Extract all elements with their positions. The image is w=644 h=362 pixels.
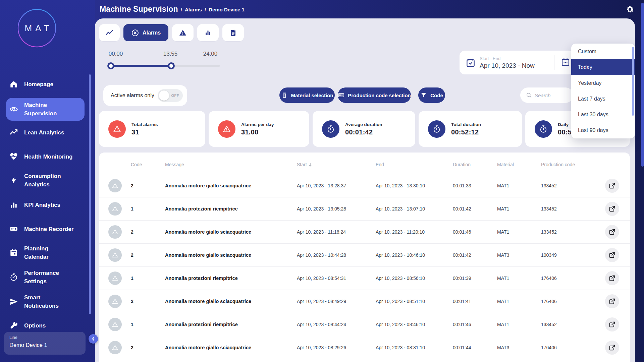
material-selection-button[interactable]: Material selection (279, 87, 335, 103)
funnel-icon (420, 92, 427, 99)
col-header-start[interactable]: Start (297, 162, 312, 167)
cell-code: 2 (131, 299, 133, 304)
active-alarms-toggle[interactable]: OFF (158, 89, 183, 102)
col-header-end[interactable]: End (376, 162, 384, 167)
cell-message: Anomalia motore giallo sciacquatrice (165, 229, 251, 235)
col-header-code[interactable]: Code (131, 162, 142, 167)
cell-duration: 00:01:44 (453, 345, 471, 350)
code-filter-button[interactable]: Code (418, 87, 445, 103)
sidebar-item-consumption-analytics[interactable]: Consumption Analytics (0, 168, 95, 192)
open-alarm-detail-button[interactable] (605, 294, 619, 308)
cell-end: Apr 10, 2023 - 10:46:10 (376, 252, 425, 258)
cell-start: Apr 10, 2023 - 13:28:37 (297, 183, 346, 188)
sidebar-collapse-button[interactable] (89, 334, 98, 344)
sidebar-item-kpi-analytics[interactable]: KPI Analytics (0, 197, 95, 213)
cell-end: Apr 10, 2023 - 13:30:10 (376, 183, 425, 188)
open-alarm-detail-button[interactable] (605, 225, 619, 239)
sidebar-scrollbar-thumb[interactable] (89, 74, 91, 314)
material-selection-label: Material selection (291, 93, 333, 98)
tab-warnings[interactable] (172, 24, 194, 41)
open-alarm-detail-button[interactable] (605, 341, 619, 355)
sidebar-item-lean-analytics[interactable]: Lean Analytics (0, 125, 95, 140)
date-range-picker[interactable]: Start - End Apr 10, 2023 - Now (460, 51, 574, 74)
cell-duration: 00:01:39 (453, 276, 471, 281)
trend-chart-icon (105, 29, 113, 37)
settings-gear-icon[interactable] (625, 5, 635, 14)
open-alarm-detail-button[interactable] (605, 317, 619, 331)
open-alarm-detail-button[interactable] (605, 248, 619, 262)
stat-card-total-alarms: Total alarms31 (99, 111, 205, 147)
table-row[interactable]: 1 Anomalia protezioni riempitrice Apr 10… (99, 267, 630, 290)
alarm-row-warning-icon (108, 272, 122, 285)
date-preset-list: CustomTodayYesterdayLast 7 daysLast 30 d… (571, 44, 635, 138)
table-row[interactable]: 2 Anomalia motore giallo sciacquatrice A… (99, 174, 630, 197)
cell-end: Apr 10, 2023 - 08:31:10 (376, 345, 425, 350)
chevron-left-icon (91, 337, 95, 341)
heart-pulse-icon (9, 152, 18, 161)
alarm-row-warning-icon (108, 341, 122, 354)
date-preset-last-7-days[interactable]: Last 7 days (571, 91, 635, 107)
sidebar-item-planning-calendar[interactable]: Planning Calendar (0, 241, 95, 265)
date-preset-last-30-days[interactable]: Last 30 days (571, 107, 635, 122)
window-scrollbar-thumb[interactable] (641, 3, 644, 167)
sidebar-item-health-monitoring[interactable]: Health Monitoring (0, 149, 95, 164)
alarm-row-warning-icon (108, 248, 122, 262)
open-in-new-icon (609, 252, 615, 258)
production-code-selection-button[interactable]: Production code selection (338, 87, 411, 103)
sidebar-item-homepage[interactable]: Homepage (0, 76, 95, 92)
date-preset-custom[interactable]: Custom (571, 44, 635, 59)
time-slider-fill (111, 65, 171, 67)
breadcrumb-separator: / (181, 7, 182, 12)
table-row[interactable]: 2 Anomalia motore giallo sciacquatrice A… (99, 221, 630, 244)
open-alarm-detail-button[interactable] (605, 271, 619, 285)
table-row[interactable]: 1 Anomalia protezioni riempitrice Apr 10… (99, 197, 630, 221)
tab-statistics[interactable] (197, 24, 219, 41)
tab-alarms[interactable]: Alarms (123, 24, 168, 41)
sidebar-item-options[interactable]: Options (0, 318, 95, 333)
search-input[interactable] (535, 93, 568, 98)
tab-report[interactable] (222, 24, 244, 41)
device-selector-card[interactable]: Line Demo Device 1 (4, 332, 86, 355)
col-header-duration[interactable]: Duration (453, 162, 471, 167)
open-alarm-detail-button[interactable] (605, 179, 619, 193)
cell-code: 2 (131, 229, 133, 235)
time-slider-handle-end[interactable] (168, 62, 175, 69)
sidebar-item-machine-recorder[interactable]: Machine Recorder (0, 221, 95, 237)
sidebar-item-smart-notifications[interactable]: Smart Notifications (0, 290, 95, 314)
table-row[interactable]: 2 Anomalia motore giallo sciacquatrice A… (99, 336, 630, 359)
date-preset-yesterday[interactable]: Yesterday (571, 75, 635, 91)
cell-material: MAT1 (497, 206, 509, 212)
breadcrumb-device[interactable]: Demo Device 1 (209, 7, 245, 12)
table-row[interactable]: 2 Anomalia motore giallo sciacquatrice A… (99, 290, 630, 313)
breadcrumb-section[interactable]: Alarms (185, 7, 202, 12)
col-header-material[interactable]: Material (497, 162, 514, 167)
breadcrumb-separator: / (205, 7, 206, 12)
calendar-presets-icon[interactable] (561, 57, 570, 67)
slider-start-label: 00:00 (102, 51, 129, 57)
date-preset-dropdown: CustomTodayYesterdayLast 7 daysLast 30 d… (571, 44, 635, 138)
table-row[interactable]: 1 Anomalia protezioni riempitrice Apr 10… (99, 313, 630, 336)
table-row[interactable]: 2 Anomalia motore giallo sciacquatrice A… (99, 244, 630, 267)
date-preset-today[interactable]: Today (571, 59, 635, 75)
open-alarm-detail-button[interactable] (605, 202, 619, 216)
cell-message: Anomalia protezioni riempitrice (165, 322, 238, 327)
time-slider-handle-start[interactable] (107, 62, 114, 69)
cell-material: MAT1 (497, 183, 509, 188)
dropdown-scrollbar-thumb[interactable] (632, 47, 634, 116)
bar-chart-icon (204, 29, 212, 37)
col-header-message[interactable]: Message (165, 162, 184, 167)
eye-icon (9, 105, 18, 114)
cell-end: Apr 10, 2023 - 11:20:10 (376, 229, 425, 235)
cell-end: Apr 10, 2023 - 13:07:10 (376, 206, 425, 212)
time-slider-track[interactable] (111, 65, 220, 67)
cell-production-code: 133452 (541, 183, 557, 188)
open-in-new-icon (609, 344, 615, 351)
date-preset-last-90-days[interactable]: Last 90 days (571, 122, 635, 138)
date-range-value: Apr 10, 2023 - Now (480, 62, 535, 69)
tab-trends[interactable] (99, 24, 120, 41)
cell-end: Apr 10, 2023 - 08:56:10 (376, 276, 425, 281)
sidebar-item-performance-settings[interactable]: Performance Settings (0, 265, 95, 289)
sidebar-item-machine-supervision[interactable]: Machine Supervision (0, 98, 95, 121)
production-code-selection-label: Production code selection (348, 93, 411, 98)
col-header-production-code[interactable]: Production code (541, 162, 575, 167)
